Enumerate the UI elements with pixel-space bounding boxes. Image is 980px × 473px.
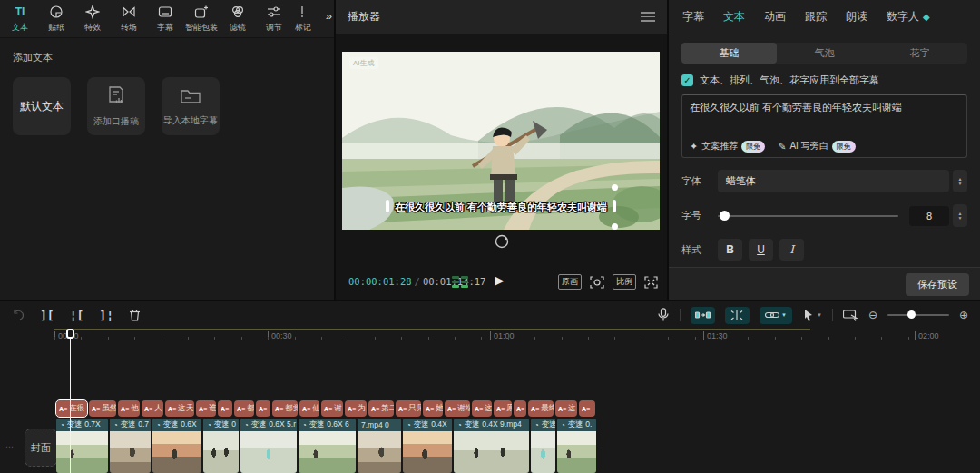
font-size-slider[interactable] bbox=[718, 215, 898, 217]
italic-button[interactable]: I bbox=[779, 239, 804, 261]
font-stepper[interactable]: ▲▼ bbox=[953, 170, 967, 192]
save-preset-button[interactable]: 保存预设 bbox=[906, 273, 969, 296]
timeline-ruler[interactable]: 00:00 00:30 01:00 01:30 02:00 bbox=[0, 329, 980, 343]
subtitle-clip[interactable]: A≡她 bbox=[423, 400, 443, 417]
subtitle-overlay[interactable]: 在很久很久以前 有个勤劳善良的年轻农夫叫谢端 bbox=[387, 197, 614, 215]
subtitle-left-handle[interactable] bbox=[386, 200, 389, 212]
font-size-slider-thumb[interactable] bbox=[720, 211, 730, 221]
loop-playback-button[interactable] bbox=[494, 233, 510, 250]
link-materials-toggle[interactable]: ▼ bbox=[760, 307, 792, 324]
subtitle-rotate-handle[interactable] bbox=[612, 184, 618, 191]
video-preview[interactable]: AI生成 在很久很久以前 有个勤劳善良的年轻农夫叫谢端 bbox=[342, 52, 660, 230]
toolbar-item-smart-package[interactable]: 智能包装 bbox=[183, 0, 220, 37]
subtitle-clip[interactable]: A≡谢端 bbox=[445, 400, 470, 417]
font-size-value[interactable]: 8 bbox=[909, 206, 949, 226]
subtitle-clip[interactable]: A≡为 bbox=[345, 400, 367, 417]
video-clip[interactable]: ◔变速 0.4X bbox=[403, 419, 452, 473]
tab-animation[interactable]: 动画 bbox=[764, 9, 786, 25]
video-clip[interactable]: ◔变速 0.4X 9.mp4 bbox=[454, 419, 529, 473]
toolbar-item-adjust[interactable]: 调节 bbox=[256, 0, 292, 37]
subtab-basic[interactable]: 基础 bbox=[681, 43, 777, 64]
tab-tracking[interactable]: 跟踪 bbox=[805, 9, 827, 25]
delete-clip-icon[interactable] bbox=[129, 309, 141, 321]
trim-right-icon[interactable]: ]¦ bbox=[99, 309, 113, 322]
split-clip-icon[interactable]: ][ bbox=[40, 309, 54, 322]
subtitle-clip[interactable]: A≡仙 bbox=[299, 400, 319, 417]
focus-frame-icon[interactable] bbox=[590, 276, 604, 289]
subtitle-clip[interactable]: A≡ bbox=[579, 400, 595, 417]
record-voiceover-icon[interactable] bbox=[657, 308, 670, 322]
audio-level-meter-icon[interactable] bbox=[452, 276, 468, 288]
apply-to-all-checkbox[interactable]: ✓ bbox=[681, 74, 693, 86]
import-subtitle-card[interactable]: 导入本地字幕 bbox=[162, 77, 220, 135]
toolbar-item-marker[interactable]: 标记 bbox=[292, 0, 314, 37]
default-text-card[interactable]: 默认文本 bbox=[13, 77, 71, 135]
tab-digital-human[interactable]: 数字人 ◆ bbox=[887, 9, 930, 25]
copy-recommend-button[interactable]: ✦ 文案推荐 限免 bbox=[690, 140, 765, 153]
font-size-stepper[interactable]: ▲▼ bbox=[953, 204, 967, 227]
video-clip[interactable]: ◔变速 0.7X bbox=[56, 419, 108, 473]
video-clip[interactable]: 7.mp4 0 bbox=[358, 419, 401, 473]
playhead-handle[interactable] bbox=[66, 329, 74, 339]
timeline-zoom-thumb[interactable] bbox=[907, 310, 916, 319]
video-clip[interactable]: ◔变速 0. bbox=[557, 419, 596, 473]
subtitle-clip[interactable]: A≡谢 bbox=[321, 400, 343, 417]
aspect-ratio-button[interactable]: 比例 bbox=[612, 274, 636, 290]
video-clip[interactable]: ◔变速 0 bbox=[203, 419, 239, 473]
track-options-icon[interactable]: ⋯ bbox=[5, 442, 15, 451]
subtitle-right-handle[interactable] bbox=[612, 200, 616, 212]
subtitle-clip[interactable]: A≡他 bbox=[118, 400, 140, 417]
fullscreen-icon[interactable] bbox=[644, 276, 658, 289]
subtitle-clip[interactable]: A≡ bbox=[514, 400, 526, 417]
preview-axis-toggle[interactable] bbox=[725, 307, 750, 324]
zoom-out-icon[interactable]: ⊖ bbox=[868, 309, 877, 321]
subtitle-clip[interactable]: A≡只见 bbox=[396, 400, 421, 417]
cover-button[interactable]: 封面 bbox=[24, 429, 57, 467]
toolbar-item-text[interactable]: TI 文本 bbox=[2, 0, 38, 37]
subtitle-clip[interactable]: A≡虽然 bbox=[89, 400, 116, 417]
subtitle-clip[interactable]: A≡谁 bbox=[196, 400, 216, 417]
ai-voiceover-button[interactable]: ✎ AI 写旁白 限免 bbox=[778, 140, 855, 153]
subtab-fancy-text[interactable]: 花字 bbox=[872, 43, 967, 64]
video-clip[interactable]: ◔变速 0.7 bbox=[110, 419, 151, 473]
subtitle-clip[interactable]: A≡人 bbox=[142, 400, 163, 417]
subtitle-clip[interactable]: A≡最终 bbox=[528, 400, 554, 417]
subtitle-clip[interactable]: A≡这 bbox=[555, 400, 577, 417]
font-select[interactable]: 蜡笔体 bbox=[718, 170, 949, 192]
subtitle-clip[interactable]: A≡第二 bbox=[368, 400, 394, 417]
toolbar-item-filter[interactable]: 滤镜 bbox=[220, 0, 256, 37]
video-clip[interactable]: ◔变速 0.6X 6 bbox=[299, 419, 356, 473]
add-speech-draft-card[interactable]: 添加口播稿 bbox=[87, 77, 145, 135]
subtitle-clip[interactable]: A≡ bbox=[218, 400, 232, 417]
undo-icon[interactable] bbox=[12, 310, 24, 321]
timeline-zoom-slider[interactable] bbox=[887, 314, 949, 316]
play-button[interactable]: ▶ bbox=[495, 273, 505, 287]
toolbar-expand-button[interactable]: » bbox=[326, 9, 330, 23]
original-quality-button[interactable]: 原画 bbox=[558, 274, 582, 290]
bold-button[interactable]: B bbox=[718, 239, 742, 261]
subtab-bubble[interactable]: 气泡 bbox=[777, 43, 872, 64]
timeline-scale-icon[interactable] bbox=[843, 309, 858, 321]
subtitle-clip[interactable]: A≡ bbox=[256, 400, 270, 417]
tab-subtitle[interactable]: 字幕 bbox=[682, 9, 704, 25]
toolbar-item-captions[interactable]: 字幕 bbox=[147, 0, 183, 37]
video-clip[interactable]: ◔变速 0.6X 5.r bbox=[240, 419, 297, 473]
zoom-in-icon[interactable]: ⊕ bbox=[959, 309, 968, 321]
tab-text[interactable]: 文本 bbox=[723, 9, 745, 25]
trim-left-icon[interactable]: ¦[ bbox=[70, 309, 84, 322]
select-tool[interactable]: ▼ bbox=[802, 309, 822, 322]
toolbar-item-effects[interactable]: 特效 bbox=[74, 0, 111, 37]
player-menu-icon[interactable] bbox=[641, 9, 655, 25]
subtitle-clip[interactable]: A≡这天 bbox=[165, 400, 194, 417]
auto-snap-toggle[interactable] bbox=[691, 307, 715, 324]
subtitle-clip[interactable]: A≡都 bbox=[234, 400, 254, 417]
playhead-line[interactable] bbox=[70, 329, 71, 473]
subtitle-clip[interactable]: A≡原 bbox=[494, 400, 512, 417]
subtitle-text-input[interactable]: 在很久很久以前 有个勤劳善良的年轻农夫叫谢端 ✦ 文案推荐 限免 ✎ AI 写旁… bbox=[681, 94, 967, 158]
subtitle-scale-handle[interactable] bbox=[612, 223, 618, 230]
video-clip[interactable]: ◔变速 bbox=[531, 419, 555, 473]
video-clip[interactable]: ◔变速 0.6X bbox=[152, 419, 201, 473]
subtitle-clip[interactable]: A≡这 bbox=[472, 400, 492, 417]
toolbar-item-sticker[interactable]: 贴纸 bbox=[38, 0, 74, 37]
toolbar-item-transition[interactable]: 转场 bbox=[111, 0, 147, 37]
